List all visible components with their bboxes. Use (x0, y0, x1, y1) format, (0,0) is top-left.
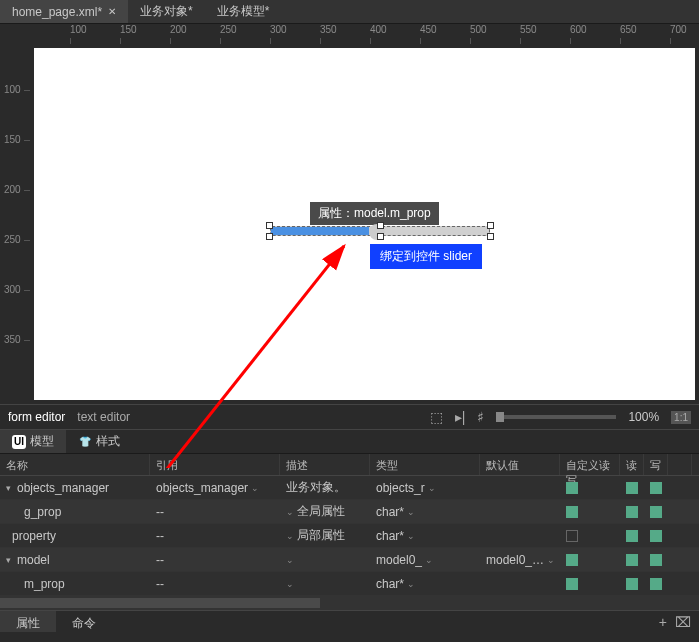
grid-body: ▾objects_manager objects_manager⌄ 业务对象。 … (0, 476, 699, 596)
table-row[interactable]: ▾objects_manager objects_manager⌄ 业务对象。 … (0, 476, 699, 500)
tooltip-bind: 绑定到控件 slider (370, 244, 482, 269)
col-name[interactable]: 名称 (0, 454, 150, 475)
ui-icon: UI (12, 435, 26, 449)
checkbox-write[interactable] (650, 578, 662, 590)
tab-label: 业务对象* (140, 3, 193, 20)
chevron-down-icon[interactable]: ⌄ (407, 507, 415, 517)
checkbox-read[interactable] (626, 554, 638, 566)
chevron-down-icon[interactable]: ⌄ (407, 579, 415, 589)
col-type[interactable]: 类型 (370, 454, 480, 475)
table-row[interactable]: g_prop -- ⌄全局属性 char*⌄ (0, 500, 699, 524)
col-extra[interactable] (668, 454, 692, 475)
grid-icon[interactable]: ♯ (477, 409, 484, 425)
panel-tab-style[interactable]: 👕 样式 (66, 430, 132, 453)
tab-biz-object[interactable]: 业务对象* (128, 0, 205, 23)
chevron-down-icon[interactable]: ⌄ (425, 555, 433, 565)
col-read[interactable]: 读 (620, 454, 644, 475)
slider-widget[interactable]: 属性：model.m_prop 绑定到控件 slider (270, 226, 490, 236)
panel-tab-label: 样式 (96, 433, 120, 450)
tab-home-page[interactable]: home_page.xml* ✕ (0, 0, 128, 23)
horizontal-scrollbar[interactable] (0, 596, 699, 610)
resize-handle[interactable] (487, 233, 494, 240)
resize-handle[interactable] (377, 233, 384, 240)
checkbox-custom[interactable] (566, 482, 578, 494)
chevron-down-icon[interactable]: ⌄ (407, 531, 415, 541)
checkbox-custom[interactable] (566, 506, 578, 518)
chevron-down-icon[interactable]: ⌄ (286, 507, 294, 517)
chevron-down-icon[interactable]: ⌄ (286, 555, 294, 565)
workspace: 100 150 200 250 300 350 属性：model.m_prop … (0, 44, 699, 404)
align-icon[interactable]: ▸| (455, 409, 466, 425)
chevron-down-icon[interactable]: ⌄ (428, 483, 436, 493)
col-default[interactable]: 默认值 (480, 454, 560, 475)
resize-handle[interactable] (266, 222, 273, 229)
zoom-slider[interactable] (496, 415, 616, 419)
chevron-down-icon[interactable]: ⌄ (286, 531, 294, 541)
shirt-icon: 👕 (78, 435, 92, 449)
close-icon[interactable]: ✕ (108, 6, 116, 17)
checkbox-write[interactable] (650, 506, 662, 518)
checkbox-write[interactable] (650, 554, 662, 566)
ratio-button[interactable]: 1:1 (671, 411, 691, 424)
checkbox-custom[interactable] (566, 554, 578, 566)
design-canvas[interactable]: 属性：model.m_prop 绑定到控件 slider (34, 48, 695, 400)
ruler-horizontal: 100 150 200 250 300 350 400 450 500 550 … (30, 24, 699, 44)
ruler-vertical: 100 150 200 250 300 350 (0, 44, 30, 404)
editor-toolbar: form editor text editor ⬚ ▸| ♯ 100% 1:1 (0, 404, 699, 430)
zoom-value: 100% (628, 410, 659, 424)
table-row[interactable]: ▾model -- ⌄ model0_⌄ model0_…⌄ (0, 548, 699, 572)
chevron-down-icon[interactable]: ⌄ (286, 579, 294, 589)
add-icon[interactable]: + (659, 614, 667, 630)
expand-icon[interactable]: ▾ (6, 483, 14, 493)
checkbox-read[interactable] (626, 506, 638, 518)
grid-header: 名称 引用 描述 类型 默认值 自定义读写 读 写 (0, 454, 699, 476)
col-desc[interactable]: 描述 (280, 454, 370, 475)
document-tabs: home_page.xml* ✕ 业务对象* 业务模型* (0, 0, 699, 24)
text-editor-button[interactable]: text editor (77, 410, 130, 424)
tab-biz-model[interactable]: 业务模型* (205, 0, 282, 23)
scrollbar-thumb[interactable] (0, 598, 320, 608)
checkbox-write[interactable] (650, 482, 662, 494)
slider-fill (271, 227, 369, 235)
col-custom[interactable]: 自定义读写 (560, 454, 620, 475)
tab-label: 业务模型* (217, 3, 270, 20)
form-editor-button[interactable]: form editor (8, 410, 65, 424)
checkbox-custom[interactable] (566, 530, 578, 542)
table-row[interactable]: m_prop -- ⌄ char*⌄ (0, 572, 699, 596)
checkbox-write[interactable] (650, 530, 662, 542)
resize-handle[interactable] (377, 222, 384, 229)
checkbox-read[interactable] (626, 530, 638, 542)
clear-icon[interactable]: ⌧ (675, 614, 691, 630)
zoom-thumb[interactable] (496, 412, 504, 422)
chevron-down-icon[interactable]: ⌄ (251, 483, 259, 493)
col-write[interactable]: 写 (644, 454, 668, 475)
footer-bar: 属性 命令 + ⌧ (0, 610, 699, 632)
footer-tab-cmd[interactable]: 命令 (56, 611, 112, 632)
panel-tabs: UI 模型 👕 样式 (0, 430, 699, 454)
tooltip-attr: 属性：model.m_prop (310, 202, 439, 225)
checkbox-custom[interactable] (566, 578, 578, 590)
col-ref[interactable]: 引用 (150, 454, 280, 475)
tab-label: home_page.xml* (12, 5, 102, 19)
resize-handle[interactable] (266, 233, 273, 240)
panel-tab-model[interactable]: UI 模型 (0, 430, 66, 453)
expand-icon[interactable]: ▾ (6, 555, 14, 565)
checkbox-read[interactable] (626, 482, 638, 494)
select-mode-icon[interactable]: ⬚ (430, 409, 443, 425)
resize-handle[interactable] (487, 222, 494, 229)
footer-tab-attr[interactable]: 属性 (0, 611, 56, 632)
panel-tab-label: 模型 (30, 433, 54, 450)
chevron-down-icon[interactable]: ⌄ (547, 555, 555, 565)
checkbox-read[interactable] (626, 578, 638, 590)
table-row[interactable]: property -- ⌄局部属性 char*⌄ (0, 524, 699, 548)
